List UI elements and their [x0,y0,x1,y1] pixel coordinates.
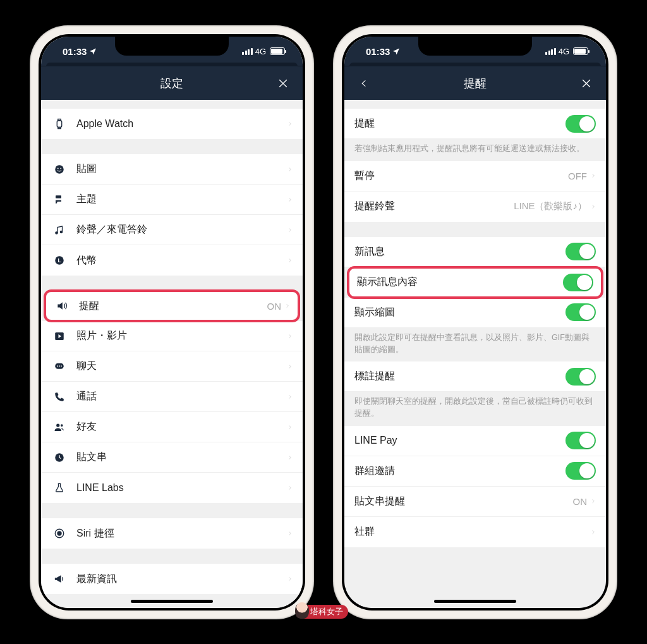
settings-row-notifications[interactable]: 提醒 ON [44,289,300,322]
notif-row-timeline-notif[interactable]: 貼文串提醒 ON [344,487,606,517]
notif-row-openchat[interactable]: 社群 [344,517,606,547]
notif-row-show-thumb[interactable]: 顯示縮圖 [344,298,606,328]
row-label: 貼文串 [76,451,287,464]
row-label: 代幣 [76,254,287,267]
settings-row-timeline[interactable]: 貼文串 [41,442,303,473]
settings-row-calls[interactable]: 通話 [41,382,303,412]
notch [115,37,229,56]
chevron-right-icon [287,453,293,462]
music-icon [51,224,68,236]
status-time: 01:33 [63,46,87,57]
svg-text:L: L [57,258,61,264]
back-button[interactable] [348,66,380,100]
chevron-right-icon [591,202,596,211]
settings-row-friends[interactable]: 好友 [41,412,303,442]
notif-row-mention[interactable]: 標註提醒 [344,361,606,392]
location-icon [89,47,97,55]
settings-row-photos[interactable]: 照片・影片 [41,321,303,351]
row-label: 貼文串提醒 [354,495,573,508]
brush-icon [51,194,68,205]
signal-icon [545,48,556,55]
home-indicator[interactable] [434,600,516,603]
svg-point-18 [57,532,61,535]
signal-icon [242,48,253,55]
settings-row-chats[interactable]: 聊天 [41,351,303,382]
row-label: Siri 捷徑 [76,527,287,540]
chevron-right-icon [287,392,293,401]
settings-row-themes[interactable]: 主題 [41,185,303,215]
notif-row-group-invite[interactable]: 群組邀請 [344,456,606,487]
chevron-right-icon [287,256,293,265]
phone-icon [51,391,68,403]
row-label: 照片・影片 [76,329,287,343]
chevron-right-icon [287,362,293,371]
coin-icon: L [51,255,68,266]
close-button[interactable] [571,66,602,100]
phone-right: 01:33 4G 提醒 [333,25,617,619]
notifications-list[interactable]: 提醒 若強制結束應用程式，提醒訊息將有可能延遲送達或無法接收。 暫停 OFF 提… [344,100,606,608]
svg-point-1 [55,165,64,174]
battery-icon [270,47,285,55]
row-label: 提醒鈴聲 [354,200,514,213]
row-label: 顯示縮圖 [354,306,565,319]
row-label: 新訊息 [354,245,565,258]
notif-row-pause[interactable]: 暫停 OFF [344,161,606,191]
speaker-icon [54,300,70,312]
network-label: 4G [559,47,569,56]
chevron-right-icon [287,529,293,538]
row-label: 群組邀請 [354,465,565,478]
row-label: 好友 [76,420,287,434]
svg-rect-4 [56,195,61,198]
notif-row-line-pay[interactable]: LINE Pay [344,426,606,456]
row-label: Apple Watch [76,118,287,130]
toggle-switch[interactable] [563,274,593,291]
row-label: 顯示訊息內容 [357,276,563,289]
settings-row-news[interactable]: 最新資訊 [41,564,303,594]
nav-bar: 設定 [41,66,303,100]
svg-point-2 [57,167,59,169]
chevron-right-icon [287,574,293,583]
toggle-switch[interactable] [565,303,596,321]
chevron-right-icon [591,528,596,537]
settings-row-coins[interactable]: L 代幣 [41,245,303,276]
chevron-right-icon [591,497,596,506]
friends-icon [51,422,68,433]
chevron-right-icon [287,483,293,492]
row-label: 鈴聲／來電答鈴 [76,223,287,236]
toggle-switch[interactable] [565,243,596,260]
svg-point-12 [59,365,60,367]
page-title: 提醒 [464,76,487,91]
megaphone-icon [51,573,68,585]
chevron-right-icon [287,165,293,174]
notif-row-notif-sound[interactable]: 提醒鈴聲 LINE（歡樂版♪） [344,191,606,222]
watermark: 塔科女子 [299,605,348,619]
row-label: 聊天 [76,360,287,373]
close-button[interactable] [267,66,299,100]
toggle-switch[interactable] [565,368,596,386]
row-label: 暫停 [354,169,568,183]
row-label: 最新資訊 [76,573,287,586]
section-footer: 若強制結束應用程式，提醒訊息將有可能延遲送達或無法接收。 [344,139,606,161]
svg-point-14 [56,423,59,427]
page-title: 設定 [160,76,183,91]
settings-list[interactable]: Apple Watch 貼圖 主題 鈴聲／來電答鈴 L 代幣 [41,100,303,608]
row-label: 通話 [76,390,287,403]
chevron-right-icon [287,226,293,234]
toggle-switch[interactable] [565,432,596,449]
toggle-switch[interactable] [565,462,596,480]
settings-row-line-labs[interactable]: LINE Labs [41,473,303,503]
location-icon [392,47,400,55]
settings-row-ringtone[interactable]: 鈴聲／來電答鈴 [41,215,303,245]
notif-row-new-msg[interactable]: 新訊息 [344,237,606,267]
notif-row-notif-master[interactable]: 提醒 [344,109,606,139]
settings-row-siri[interactable]: Siri 捷徑 [41,518,303,549]
chevron-right-icon [285,301,290,310]
notif-row-show-content[interactable]: 顯示訊息內容 [347,266,603,299]
chevron-right-icon [287,423,293,432]
nav-bar: 提醒 [344,66,606,100]
toggle-switch[interactable] [565,115,596,133]
home-indicator[interactable] [131,600,213,603]
network-label: 4G [255,47,266,56]
settings-row-apple-watch[interactable]: Apple Watch [41,109,303,139]
settings-row-stickers[interactable]: 貼圖 [41,154,303,185]
